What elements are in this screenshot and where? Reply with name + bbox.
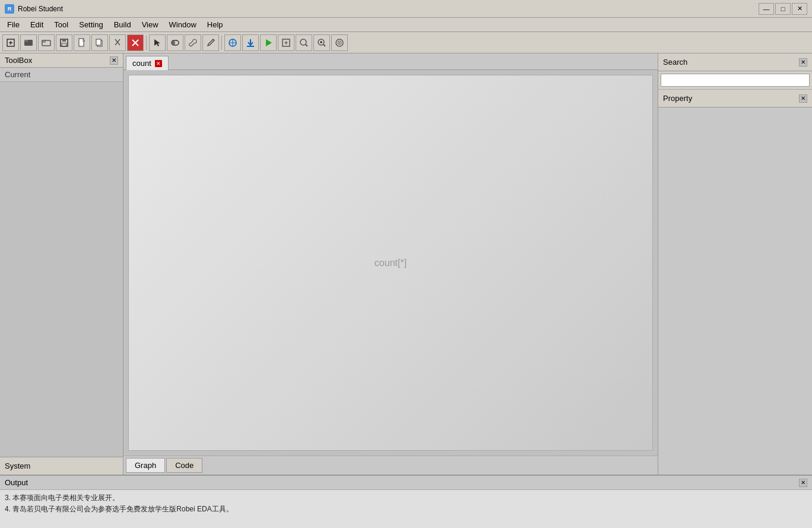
menu-edit[interactable]: Edit bbox=[26, 19, 48, 30]
toolbar-separator-2 bbox=[221, 36, 222, 50]
svg-point-37 bbox=[339, 42, 340, 43]
output-content: 3. 本赛项面向电子类相关专业展开。 4. 青岛若贝电子有限公司会为参赛选手免费… bbox=[0, 490, 812, 528]
right-panel: Search ✕ Property ✕ bbox=[658, 53, 812, 475]
svg-point-29 bbox=[300, 39, 306, 45]
wrench-button[interactable] bbox=[185, 34, 201, 51]
output-title: Output bbox=[5, 478, 28, 487]
run-button[interactable] bbox=[260, 34, 277, 51]
search-input-area bbox=[658, 71, 812, 90]
tab-code[interactable]: Code bbox=[166, 458, 202, 473]
menu-bar: File Edit Tool Setting Build View Window… bbox=[0, 18, 812, 32]
svg-line-30 bbox=[306, 45, 307, 46]
app-title: Robei Student bbox=[18, 5, 63, 13]
maximize-button[interactable]: □ bbox=[775, 3, 791, 15]
output-line-1: 3. 本赛项面向电子类相关专业展开。 bbox=[5, 492, 807, 504]
toolbar bbox=[0, 32, 812, 53]
menu-tool[interactable]: Tool bbox=[49, 19, 73, 30]
center-panel: count ✕ count[*] Graph Code bbox=[123, 53, 658, 475]
toolbox-header: ToolBox ✕ bbox=[0, 53, 123, 68]
canvas-area[interactable]: count[*] bbox=[128, 75, 653, 451]
new-file-button[interactable] bbox=[74, 34, 90, 51]
select-button[interactable] bbox=[149, 34, 166, 51]
toolbox-close-button[interactable]: ✕ bbox=[110, 56, 118, 65]
toolbox-current-label: Current bbox=[0, 68, 123, 82]
title-controls: — □ ✕ bbox=[759, 3, 807, 15]
cut-button[interactable] bbox=[109, 34, 126, 51]
new-button[interactable] bbox=[2, 34, 19, 51]
menu-file[interactable]: File bbox=[2, 19, 24, 30]
property-close-button[interactable]: ✕ bbox=[799, 94, 807, 103]
menu-view[interactable]: View bbox=[137, 19, 163, 30]
close-button[interactable]: ✕ bbox=[792, 3, 807, 15]
svg-line-32 bbox=[323, 45, 325, 46]
toolbar-separator-1 bbox=[146, 36, 147, 50]
svg-point-19 bbox=[172, 41, 175, 45]
menu-setting[interactable]: Setting bbox=[74, 19, 107, 30]
circle-button[interactable] bbox=[224, 34, 241, 51]
toolbox-content bbox=[0, 82, 123, 457]
svg-marker-25 bbox=[266, 39, 272, 46]
open-button[interactable] bbox=[38, 34, 55, 51]
download-button[interactable] bbox=[242, 34, 259, 51]
tab-count-label: count bbox=[132, 59, 151, 68]
zoom-fit-button[interactable] bbox=[278, 34, 294, 51]
copy-button[interactable] bbox=[91, 34, 108, 51]
toolbox-title: ToolBox bbox=[5, 56, 32, 65]
app-icon: R bbox=[5, 4, 14, 14]
bottom-tabs: Graph Code bbox=[123, 456, 658, 475]
search-header: Search ✕ bbox=[658, 53, 812, 71]
tab-graph[interactable]: Graph bbox=[126, 458, 165, 473]
search-close-button[interactable]: ✕ bbox=[799, 58, 807, 67]
title-bar: R Robei Student — □ ✕ bbox=[0, 0, 812, 18]
tab-bar: count ✕ bbox=[123, 53, 658, 70]
tab-count-close[interactable]: ✕ bbox=[155, 60, 162, 67]
menu-help[interactable]: Help bbox=[202, 19, 228, 30]
output-line-2: 4. 青岛若贝电子有限公司会为参赛选手免费发放学生版Robei EDA工具。 bbox=[5, 504, 807, 515]
delete-button[interactable] bbox=[127, 34, 144, 51]
property-title: Property bbox=[663, 94, 692, 103]
toolbox-panel: ToolBox ✕ Current System bbox=[0, 53, 123, 475]
zoom-in-button[interactable] bbox=[313, 34, 330, 51]
search-title: Search bbox=[663, 58, 687, 67]
tab-count[interactable]: count ✕ bbox=[126, 56, 169, 70]
zoom-nav-button[interactable] bbox=[331, 34, 348, 51]
toolbox-system-label: System bbox=[0, 457, 123, 475]
pencil-button[interactable] bbox=[202, 34, 219, 51]
zoom-button[interactable] bbox=[296, 34, 312, 51]
search-input[interactable] bbox=[661, 74, 810, 87]
title-left: R Robei Student bbox=[5, 4, 63, 14]
svg-rect-6 bbox=[42, 40, 45, 42]
minimize-button[interactable]: — bbox=[759, 3, 774, 15]
svg-rect-8 bbox=[62, 39, 66, 42]
svg-rect-4 bbox=[24, 40, 28, 42]
menu-build[interactable]: Build bbox=[109, 19, 136, 30]
output-close-button[interactable]: ✕ bbox=[799, 479, 807, 487]
property-content bbox=[658, 108, 812, 475]
save-button[interactable] bbox=[56, 34, 72, 51]
svg-rect-12 bbox=[96, 39, 101, 45]
svg-marker-17 bbox=[154, 39, 160, 46]
property-header: Property ✕ bbox=[658, 90, 812, 108]
canvas-watermark: count[*] bbox=[375, 258, 407, 268]
main-area: ToolBox ✕ Current System count ✕ count[*… bbox=[0, 53, 812, 475]
output-header: Output ✕ bbox=[0, 476, 812, 490]
menu-window[interactable]: Window bbox=[164, 19, 201, 30]
output-panel: Output ✕ 3. 本赛项面向电子类相关专业展开。 4. 青岛若贝电子有限公… bbox=[0, 475, 812, 528]
open-dark-button[interactable] bbox=[20, 34, 37, 51]
toggle-button[interactable] bbox=[167, 34, 183, 51]
